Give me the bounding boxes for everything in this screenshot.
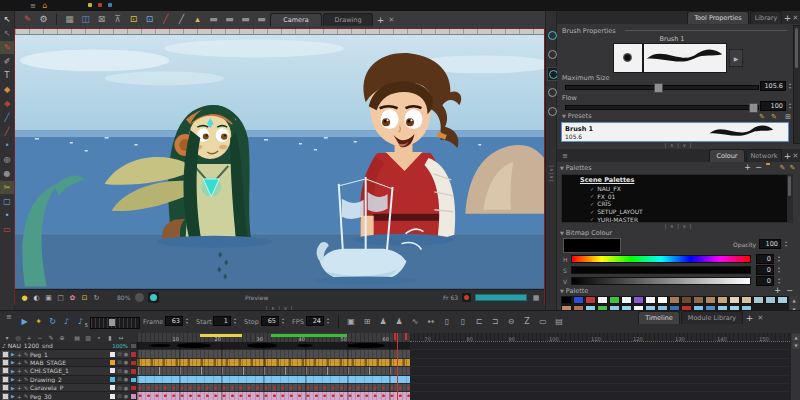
cutter-tool[interactable]: ✂ [0,181,14,194]
layer-expand-icon[interactable]: ▶ [11,368,15,374]
track-Drawing_2[interactable] [137,376,410,383]
align-middle-icon[interactable]: ▬ [222,11,237,27]
outline-mode-icon[interactable]: ▣ [43,290,54,305]
maximum-size-value[interactable]: 105.6 [760,81,786,91]
colour-swatch[interactable] [621,296,632,304]
vertical-splitter[interactable]: |∧|∨| [549,155,555,193]
gear-icon[interactable]: ⚙ [36,11,51,27]
stop-spinner[interactable]: ▴ ▾ [280,316,286,326]
brush-tip-preview[interactable] [613,43,643,73]
colour-swatch[interactable] [561,296,572,304]
layer-add-icon[interactable]: + [17,393,22,400]
palette-import-icon[interactable]: ✎ [788,163,797,172]
opacity-icon[interactable]: ◐ [31,290,42,305]
hsv-spinner-s[interactable]: ▴ ▾ [776,265,782,275]
layer-expand-icon[interactable]: ▶ [11,376,15,382]
track-NAU_1200_snd[interactable] [137,342,410,349]
prev-drawing-button[interactable] [135,293,144,302]
flow-slider[interactable] [565,105,759,110]
layer-lock-icon[interactable]: ⊡ [117,385,121,391]
palette-check-icon[interactable]: ✓ [590,193,594,199]
library-case-icon[interactable]: ▤ [552,315,566,328]
layer-expand-icon[interactable]: ▶ [11,393,15,399]
refresh-icon[interactable]: ↻ [91,290,102,305]
track-CHI.STAGE_1[interactable] [137,367,410,374]
palette-item[interactable]: ✓NAU_FX [590,185,621,193]
light-table-icon[interactable]: ● [19,290,30,305]
layer-lock-icon[interactable]: ⊡ [117,376,121,382]
layer-colour-chip[interactable] [110,360,115,365]
colour-swatch[interactable] [765,296,776,304]
show-thumbnails-icon[interactable]: ▣ [344,315,358,328]
track-Caravela_P[interactable] [137,384,410,391]
colour-override-icon[interactable]: ✎ [20,11,35,27]
presets-header[interactable]: ▼ Presets [562,112,592,120]
remove-palette-icon[interactable]: − [754,163,763,172]
layer-visibility-checkbox[interactable] [2,384,9,391]
home-icon[interactable]: ⌂ [40,0,50,11]
layer-visibility-checkbox[interactable] [2,351,9,358]
add-peg-icon[interactable]: ♟ [376,315,390,328]
settings-grid-icon[interactable]: ▦ [531,292,541,303]
select-tool[interactable]: ↖ [0,13,14,26]
ink-tool[interactable]: ◆ [0,97,14,110]
colour-swatch[interactable] [705,296,716,304]
layer-lock-icon[interactable]: ⊡ [117,368,121,374]
hsv-bar-s[interactable] [571,266,751,274]
layer-visibility-checkbox[interactable] [2,393,9,400]
close-timeline-view-button[interactable]: ✕ [756,312,765,323]
playhead-line[interactable] [397,333,398,400]
palette-item[interactable]: ✓CRIS [590,200,611,208]
tab-module-library[interactable]: Module Library [681,311,743,324]
add-view-button[interactable]: + [376,14,385,25]
smooth-editor-tool[interactable]: ● [0,167,14,180]
palette-check-icon[interactable]: ✓ [590,201,594,207]
add-drawing-layer-icon[interactable]: ⊞ [360,315,374,328]
layer-expand-icon[interactable]: ▶ [11,385,15,391]
colour-swatch[interactable] [657,296,668,304]
glasses-icon[interactable]: ⊖ [504,315,518,328]
layer-add-icon[interactable]: + [17,367,22,374]
preset-menu-icon[interactable]: ⊞ [783,112,793,121]
mark-stop-icon[interactable]: ⊐ [488,315,502,328]
current-colour-swatch[interactable] [563,238,621,253]
transform-tool[interactable]: ↖ [0,27,14,40]
start-spinner[interactable]: ▴ ▾ [232,316,238,326]
brush-preview-arrow-button[interactable]: ▶ [729,49,743,67]
select-rect-tool[interactable]: ▢ [0,195,14,208]
colour-swatch[interactable] [633,296,644,304]
close-view-button[interactable]: ✕ [387,14,396,25]
palette-check-icon[interactable]: ✓ [590,216,594,222]
center-playhead-icon[interactable]: ⊕ [57,333,67,342]
colour-menu-icon[interactable]: ≡ [560,150,570,161]
layer-row-Drawing_2[interactable]: ▶+✎Drawing_2⊡● [0,376,130,384]
backlight-icon[interactable]: □ [55,290,66,305]
rename-preset-icon[interactable]: ✎ [769,112,779,121]
sort-z-icon[interactable]: Z [520,315,534,328]
colour-swatch[interactable] [609,296,620,304]
colour-swatch[interactable] [717,296,728,304]
frame-spinner[interactable]: ▴ ▾ [184,316,190,326]
hsv-spinner-h[interactable]: ▴ ▾ [776,254,782,264]
layer-colour-chip[interactable] [110,368,115,373]
contour-editor-tool[interactable]: ◎ [0,153,14,166]
tool-colour-splitter[interactable]: | ∧ | ∨ | [557,142,800,148]
render-play-button[interactable]: ✦ [32,315,45,328]
add-timeline-view-button[interactable]: + [745,312,754,323]
layer-onion-icon[interactable]: ● [124,368,128,374]
flatten-icon[interactable]: ⊼ [110,11,125,27]
thumb-a-icon[interactable]: ▤ [72,333,82,342]
palette-header[interactable]: ▼ Palette [560,287,588,295]
timeline-menu-icon[interactable]: ≡ [4,312,14,322]
loop-button[interactable]: ↻ [46,315,59,328]
layer-colour-chip[interactable] [110,377,115,382]
layer-visibility-checkbox[interactable] [2,359,9,366]
tool-preset-1-icon[interactable] [547,29,557,41]
text-tool[interactable]: T [0,69,14,82]
layer-row-MAB_STAGE[interactable]: ▶+✎MAB_STAGE⊡● [0,359,130,367]
bar-icon[interactable]: ▮ [105,333,115,342]
layer-colour-chip[interactable] [110,352,115,357]
layer-onion-icon[interactable]: ● [124,385,128,391]
set-ease-icon[interactable]: ↔ [424,315,438,328]
lock-blue-icon[interactable]: ⊡ [142,11,157,27]
